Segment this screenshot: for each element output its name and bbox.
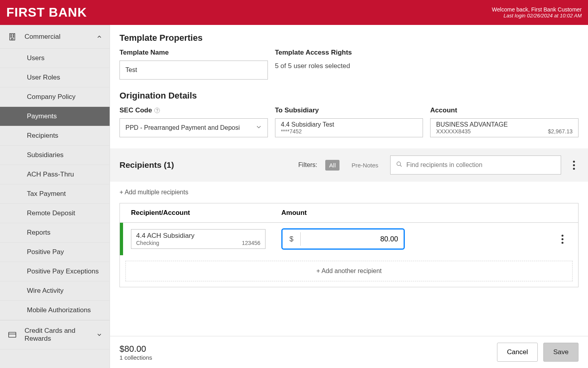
main-content: Template Properties Template Name Templa… bbox=[110, 25, 588, 368]
logo: FIRST BANK bbox=[6, 5, 87, 20]
sidebar-item-positive-pay-exceptions[interactable]: Positive Pay Exceptions bbox=[0, 262, 110, 281]
filters-label: Filters: bbox=[298, 161, 317, 169]
sidebar-item-users[interactable]: Users bbox=[0, 49, 110, 68]
label-account: Account bbox=[430, 106, 579, 114]
last-login-text: Last login 02/26/2024 at 10:02 AM bbox=[492, 13, 582, 19]
label-sec-code: SEC Code ? bbox=[119, 106, 268, 114]
sidebar-group-credit[interactable]: Credit Cards and Rewards bbox=[0, 320, 110, 349]
recipients-title: Recipients (1) bbox=[119, 160, 174, 170]
cancel-button[interactable]: Cancel bbox=[497, 343, 538, 362]
sidebar-item-recipients[interactable]: Recipients bbox=[0, 126, 110, 146]
col-recipient: Recipient/Account bbox=[131, 209, 266, 217]
filter-prenotes[interactable]: Pre-Notes bbox=[347, 160, 382, 171]
search-input[interactable] bbox=[406, 161, 555, 169]
sidebar-item-subsidiaries[interactable]: Subsidiaries bbox=[0, 146, 110, 165]
amount-field[interactable]: $ bbox=[281, 228, 405, 250]
svg-point-9 bbox=[397, 162, 400, 165]
account-name: BUSINESS ADVANTAGE bbox=[436, 121, 573, 128]
svg-rect-5 bbox=[13, 36, 14, 37]
chevron-up-icon bbox=[96, 34, 102, 40]
footer-bar: $80.00 1 collections Cancel Save bbox=[110, 336, 588, 368]
sidebar-item-payments[interactable]: Payments bbox=[0, 107, 110, 126]
sidebar-item-reports[interactable]: Reports bbox=[0, 223, 110, 243]
access-rights-value: 5 of 5 user roles selected bbox=[275, 61, 423, 70]
sidebar-group-label: Credit Cards and Rewards bbox=[25, 327, 96, 343]
app-header: FIRST BANK Welcome back, First Bank Cust… bbox=[0, 0, 588, 25]
svg-line-10 bbox=[400, 165, 402, 167]
recipients-toolbar: Recipients (1) Filters: All Pre-Notes bbox=[110, 148, 588, 182]
sidebar-item-user-roles[interactable]: User Roles bbox=[0, 68, 110, 87]
svg-rect-3 bbox=[13, 35, 14, 36]
label-to-subsidiary: To Subsidiary bbox=[275, 106, 423, 114]
col-amount: Amount bbox=[281, 209, 376, 217]
subsidiary-select[interactable]: 4.4 Subsidiary Test ****7452 bbox=[275, 118, 423, 137]
account-balance: $2,967.13 bbox=[548, 128, 573, 135]
recipient-row: 4.4 ACH Subsidiary Checking 123456 $ bbox=[120, 223, 578, 255]
help-icon[interactable]: ? bbox=[154, 108, 160, 113]
sidebar-item-wire-activity[interactable]: Wire Activity bbox=[0, 281, 110, 301]
svg-rect-2 bbox=[11, 35, 11, 36]
sidebar: Commercial Users User Roles Company Poli… bbox=[0, 25, 110, 368]
filter-all[interactable]: All bbox=[325, 160, 340, 171]
section-title-template-properties: Template Properties bbox=[119, 33, 579, 43]
subsidiary-name: 4.4 Subsidiary Test bbox=[281, 121, 417, 128]
add-another-recipient-button[interactable]: + Add another recipient bbox=[125, 261, 573, 281]
recipient-account-select[interactable]: 4.4 ACH Subsidiary Checking 123456 bbox=[131, 229, 266, 249]
sidebar-group-commercial[interactable]: Commercial bbox=[0, 25, 110, 49]
recipients-table: Recipient/Account Amount 4.4 ACH Subsidi… bbox=[119, 203, 579, 287]
recipient-name: 4.4 ACH Subsidiary bbox=[136, 232, 260, 240]
template-name-input[interactable] bbox=[119, 61, 268, 80]
sec-code-select[interactable]: PPD - Prearranged Payment and Deposi bbox=[119, 118, 268, 137]
account-number: XXXXXX8435 bbox=[436, 128, 470, 135]
chevron-down-icon bbox=[96, 332, 102, 338]
sidebar-item-tax-payment[interactable]: Tax Payment bbox=[0, 184, 110, 204]
svg-rect-4 bbox=[11, 36, 11, 37]
svg-rect-0 bbox=[10, 34, 15, 40]
sidebar-group-label: Commercial bbox=[25, 33, 96, 41]
sidebar-item-positive-pay[interactable]: Positive Pay bbox=[0, 243, 110, 262]
sidebar-item-company-policy[interactable]: Company Policy bbox=[0, 87, 110, 107]
welcome-text: Welcome back, First Bank Customer bbox=[492, 6, 582, 13]
card-icon bbox=[7, 330, 17, 340]
footer-collections: 1 collections bbox=[119, 354, 152, 361]
svg-rect-7 bbox=[9, 332, 16, 338]
search-recipients[interactable] bbox=[390, 156, 561, 175]
search-icon bbox=[396, 161, 402, 169]
subsidiary-acct: ****7452 bbox=[281, 128, 302, 135]
recipient-type: Checking bbox=[136, 240, 159, 246]
recipient-number: 123456 bbox=[242, 240, 260, 246]
footer-total: $80.00 bbox=[119, 344, 152, 354]
save-button[interactable]: Save bbox=[543, 343, 579, 362]
add-multiple-recipients-link[interactable]: + Add multiple recipients bbox=[119, 182, 579, 203]
row-menu-button[interactable] bbox=[558, 235, 567, 244]
label-template-name: Template Name bbox=[119, 49, 268, 57]
sidebar-item-ach-passthru[interactable]: ACH Pass-Thru bbox=[0, 165, 110, 184]
label-access-rights: Template Access Rights bbox=[275, 49, 423, 57]
account-select[interactable]: BUSINESS ADVANTAGE XXXXXX8435 $2,967.13 bbox=[430, 118, 579, 137]
amount-input[interactable] bbox=[301, 235, 404, 243]
building-icon bbox=[7, 32, 17, 42]
sidebar-item-mobile-authorizations[interactable]: Mobile Authorizations bbox=[0, 301, 110, 320]
svg-rect-6 bbox=[11, 38, 13, 40]
currency-symbol: $ bbox=[283, 232, 301, 246]
sidebar-item-remote-deposit[interactable]: Remote Deposit bbox=[0, 204, 110, 223]
header-user-info: Welcome back, First Bank Customer Last l… bbox=[492, 6, 582, 19]
section-title-origination: Origination Details bbox=[119, 91, 579, 101]
recipients-menu-button[interactable] bbox=[569, 161, 579, 170]
